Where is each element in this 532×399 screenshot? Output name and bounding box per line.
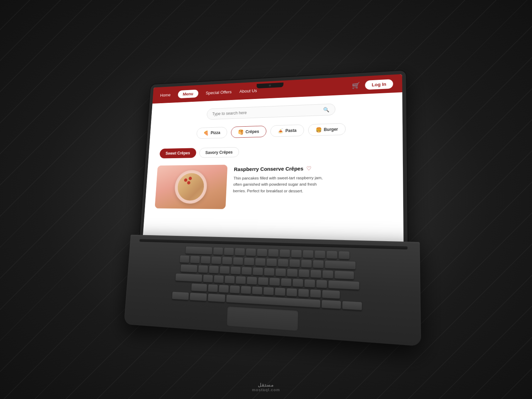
key-j[interactable]	[270, 278, 280, 286]
key-quote[interactable]	[316, 279, 327, 288]
key-esc[interactable]	[185, 246, 212, 255]
key-lshift[interactable]	[191, 283, 207, 292]
key-a[interactable]	[203, 275, 213, 283]
key-capslock[interactable]	[176, 273, 202, 283]
key-8[interactable]	[267, 258, 277, 267]
laptop-wrapper: Home Menu Special Offers About Us 🛒 Log …	[106, 72, 426, 327]
category-burger[interactable]: 🍔 Burger	[308, 123, 345, 136]
tab-savory-crepes[interactable]: Savory Crêpes	[199, 147, 239, 157]
key-p[interactable]	[299, 269, 309, 278]
key-minus[interactable]	[301, 260, 312, 268]
key-i[interactable]	[276, 268, 286, 277]
key-c[interactable]	[230, 285, 240, 294]
key-f4[interactable]	[246, 248, 256, 256]
nav-link-special-offers[interactable]: Special Offers	[206, 89, 232, 95]
login-button[interactable]: Log In	[365, 79, 393, 89]
key-lbracket[interactable]	[311, 270, 321, 278]
key-4[interactable]	[222, 257, 232, 265]
key-f3[interactable]	[235, 248, 245, 256]
key-f[interactable]	[236, 276, 246, 284]
key-rctrl[interactable]	[342, 301, 362, 310]
key-3[interactable]	[211, 256, 221, 265]
nav-link-menu[interactable]: Menu	[178, 89, 199, 98]
key-o[interactable]	[287, 268, 297, 277]
category-pasta[interactable]: 🍝 Pasta	[270, 124, 304, 137]
category-pizza[interactable]: 🍕 Pizza	[196, 127, 228, 139]
key-q[interactable]	[198, 265, 208, 273]
pizza-label: Pizza	[211, 130, 221, 135]
key-rshift[interactable]	[322, 290, 340, 299]
menu-item-card: Raspberry Conserve Crêpes ♡ Thin pancake…	[155, 162, 390, 211]
key-g[interactable]	[247, 277, 257, 285]
menu-item-info: Raspberry Conserve Crêpes ♡ Thin pancake…	[233, 162, 391, 194]
key-t[interactable]	[242, 267, 251, 275]
webpage: Home Menu Special Offers About Us 🛒 Log …	[143, 74, 404, 242]
key-alt[interactable]	[208, 294, 225, 303]
berry1	[184, 178, 188, 182]
key-f12[interactable]	[339, 251, 349, 260]
key-s[interactable]	[214, 275, 224, 283]
key-d[interactable]	[225, 276, 235, 284]
laptop-base	[124, 234, 421, 346]
tab-sweet-crepes[interactable]: Sweet Crêpes	[159, 148, 196, 158]
key-z[interactable]	[208, 284, 218, 293]
key-f8[interactable]	[291, 250, 301, 258]
key-u[interactable]	[264, 268, 275, 276]
key-f10[interactable]	[315, 250, 325, 259]
key-h[interactable]	[258, 277, 268, 286]
key-0[interactable]	[289, 259, 300, 268]
nav-link-home[interactable]: Home	[160, 92, 171, 98]
crepes-label: Crêpes	[245, 129, 259, 134]
key-tab[interactable]	[181, 264, 197, 273]
key-w[interactable]	[209, 266, 219, 274]
item-title-row: Raspberry Conserve Crêpes ♡	[234, 164, 390, 172]
key-9[interactable]	[278, 259, 288, 267]
key-f1[interactable]	[213, 247, 223, 255]
item-description: Thin pancakes filled with sweet-tart ras…	[233, 174, 332, 194]
search-container: 🔍	[161, 101, 390, 121]
key-r[interactable]	[231, 266, 240, 275]
key-1[interactable]	[190, 256, 200, 264]
key-y[interactable]	[253, 267, 263, 276]
category-crepes[interactable]: 🥞 Crêpes	[231, 126, 267, 138]
key-rbracket[interactable]	[322, 270, 333, 279]
heart-icon[interactable]: ♡	[306, 165, 311, 172]
key-7[interactable]	[255, 258, 266, 266]
key-ralt[interactable]	[322, 300, 341, 309]
key-m[interactable]	[275, 288, 285, 297]
key-f5[interactable]	[257, 249, 267, 257]
key-n[interactable]	[264, 287, 274, 296]
key-f9[interactable]	[303, 250, 314, 259]
key-equals[interactable]	[313, 260, 323, 268]
key-slash[interactable]	[310, 289, 321, 298]
key-x[interactable]	[219, 285, 229, 293]
key-k[interactable]	[281, 278, 291, 287]
key-b[interactable]	[252, 286, 262, 295]
key-l[interactable]	[293, 278, 303, 287]
key-f6[interactable]	[268, 249, 278, 257]
key-v[interactable]	[241, 286, 251, 294]
key-comma[interactable]	[287, 288, 297, 297]
search-input[interactable]	[212, 107, 323, 116]
key-5[interactable]	[233, 257, 243, 265]
trackpad[interactable]	[226, 306, 299, 331]
food-visual	[155, 165, 227, 209]
nav-link-about-us[interactable]: About Us	[239, 88, 257, 93]
key-fn[interactable]	[172, 292, 189, 300]
cart-icon[interactable]: 🛒	[352, 81, 360, 89]
key-semicolon[interactable]	[304, 279, 315, 288]
key-enter[interactable]	[335, 271, 354, 280]
key-e[interactable]	[220, 266, 229, 274]
key-f11[interactable]	[327, 251, 337, 259]
key-period[interactable]	[298, 289, 309, 298]
key-f2[interactable]	[224, 248, 234, 256]
key-f7[interactable]	[280, 249, 290, 258]
key-ctrl[interactable]	[190, 293, 207, 301]
key-return[interactable]	[328, 280, 359, 290]
key-6[interactable]	[244, 257, 254, 266]
search-icon[interactable]: 🔍	[323, 107, 329, 112]
search-bar[interactable]: 🔍	[206, 103, 335, 120]
key-2[interactable]	[201, 256, 210, 264]
key-backspace[interactable]	[325, 260, 355, 270]
key-backtick[interactable]	[180, 255, 189, 264]
